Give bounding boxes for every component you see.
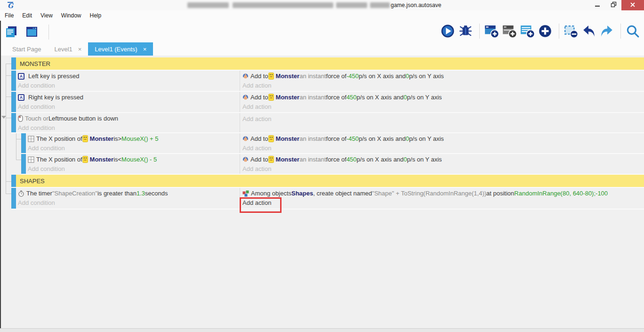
text-segment: at position	[486, 190, 514, 197]
toolbar-left	[4, 24, 52, 40]
tree-line	[6, 64, 11, 64]
text-segment: Add to	[250, 135, 268, 142]
add-action-button[interactable]: Add action	[242, 164, 644, 173]
toolbar-separator	[48, 24, 49, 40]
action[interactable]: Add to Monster an instant force of -450 …	[242, 133, 644, 143]
add-condition-button[interactable]: Add condition	[28, 164, 240, 173]
add-other-event-button[interactable]	[538, 23, 555, 40]
add-condition-button[interactable]: Add condition	[28, 143, 240, 153]
event-group-shapes[interactable]: SHAPES	[11, 175, 644, 188]
action[interactable]: Add to Monster an instant force of -450 …	[242, 71, 644, 81]
event-rows: MONSTERALeft key is pressedAdd condition…	[0, 56, 644, 210]
tab-close-icon[interactable]: ×	[78, 46, 82, 53]
search-button[interactable]	[625, 23, 642, 40]
monster-object-icon	[82, 135, 88, 142]
monster-object-icon	[268, 73, 274, 80]
tab-bar: Start PageLevel1×Level1 (Events)×	[0, 42, 644, 56]
condition[interactable]: The X position of Monster is > MouseX() …	[28, 133, 240, 143]
event-selection-bar[interactable]	[11, 113, 16, 132]
tab-close-icon[interactable]: ×	[143, 46, 147, 53]
event-selection-bar[interactable]	[11, 71, 16, 91]
text-segment: 1.3	[137, 190, 145, 197]
add-action-button[interactable]: Add action	[242, 113, 644, 122]
window-bottom-edge	[0, 328, 644, 332]
text-segment: Left	[48, 115, 59, 122]
condition[interactable]: ALeft key is pressed	[18, 71, 240, 81]
menu-item-edit[interactable]: Edit	[18, 11, 36, 20]
tree-line	[16, 133, 16, 160]
condition[interactable]: The timer "ShapeCreation" is greater tha…	[18, 188, 240, 198]
close-icon	[630, 1, 636, 9]
add-action-button[interactable]: Add action	[242, 102, 644, 111]
add-condition-button[interactable]: Add condition	[18, 198, 240, 207]
add-other-event-icon	[538, 24, 553, 39]
condition[interactable]: Touch or Left mouse button is down	[18, 113, 240, 123]
scene-window-button[interactable]	[24, 24, 41, 40]
event-group-monster[interactable]: MONSTER	[11, 57, 644, 71]
text-segment: MouseX() + 5	[121, 135, 158, 142]
collapse-arrow-icon[interactable]	[1, 116, 6, 119]
text-segment: seconds	[145, 190, 168, 197]
menu-item-help[interactable]: Help	[86, 11, 106, 20]
text-segment: The X position of	[36, 135, 82, 142]
text-segment: p/s on Y axis	[407, 94, 442, 101]
highlight-box	[240, 197, 282, 213]
text-segment: p/s on X axis and	[357, 94, 404, 101]
add-condition-button[interactable]: Add condition	[18, 123, 240, 132]
add-condition-button[interactable]: Add condition	[18, 81, 240, 90]
restore-button[interactable]	[605, 0, 621, 10]
project-documents-button[interactable]	[4, 24, 21, 40]
event-selection-bar[interactable]	[11, 188, 16, 209]
actions-cell: Among objects Shapes, create object name…	[240, 188, 644, 209]
event-row: The timer "ShapeCreation" is greater tha…	[11, 188, 644, 210]
add-action-button[interactable]: Add action	[242, 198, 644, 207]
redo-icon	[600, 24, 614, 38]
conditions-cell: The timer "ShapeCreation" is greater tha…	[16, 188, 240, 209]
add-event-button[interactable]	[484, 23, 501, 40]
action[interactable]: Among objects Shapes, create object name…	[242, 188, 644, 198]
play-button[interactable]	[440, 23, 457, 40]
tab-level1[interactable]: Level1×	[48, 42, 88, 56]
redo-button[interactable]	[599, 23, 616, 40]
text-segment: 450	[346, 156, 357, 163]
undo-button[interactable]	[581, 23, 598, 40]
debug-button[interactable]	[458, 23, 475, 40]
monster-object-icon	[268, 94, 274, 101]
tree-line	[16, 160, 21, 160]
project-documents-icon	[4, 25, 18, 39]
add-condition-button[interactable]: Add condition	[18, 102, 240, 111]
add-action-button[interactable]: Add action	[242, 81, 644, 90]
condition[interactable]: ARight key is pressed	[18, 92, 240, 102]
minimize-button[interactable]	[589, 0, 605, 10]
debug-icon	[459, 24, 473, 38]
event-selection-bar[interactable]	[11, 57, 16, 70]
toolbar-separator	[620, 24, 621, 39]
redacted-title-text	[187, 2, 229, 8]
tab-level1-events[interactable]: Level1 (Events)×	[88, 42, 153, 56]
condition[interactable]: The X position of Monster is < MouseX() …	[28, 154, 240, 164]
event-selection-bar[interactable]	[21, 133, 26, 153]
redacted-title-text	[370, 2, 390, 8]
menu-item-window[interactable]: Window	[57, 11, 86, 20]
text-segment: "Shape" + ToString(RandomInRange(1,4))	[372, 190, 486, 197]
close-button[interactable]	[621, 0, 644, 10]
event-selection-bar[interactable]	[21, 154, 26, 174]
text-segment: force of	[326, 94, 346, 101]
action[interactable]: Add to Monster an instant force of 450 p…	[242, 154, 644, 164]
menu-item-view[interactable]: View	[36, 11, 57, 20]
text-segment: Monster	[276, 156, 300, 163]
add-comment-button[interactable]	[520, 23, 537, 40]
group-label: SHAPES	[16, 175, 644, 187]
tab-start-page[interactable]: Start Page	[6, 42, 48, 56]
add-action-button[interactable]: Add action	[242, 143, 644, 153]
window-left-edge	[0, 21, 1, 332]
search-icon	[626, 24, 640, 38]
action[interactable]: Add to Monster an instant force of 450 p…	[242, 92, 644, 102]
menu-item-file[interactable]: File	[0, 11, 18, 20]
play-icon	[441, 24, 455, 38]
add-subevent-button[interactable]	[502, 23, 519, 40]
event-selection-bar[interactable]	[11, 92, 16, 112]
text-segment: p/s on Y axis	[407, 156, 442, 163]
event-selection-bar[interactable]	[11, 175, 16, 187]
remove-event-button[interactable]	[564, 23, 580, 40]
